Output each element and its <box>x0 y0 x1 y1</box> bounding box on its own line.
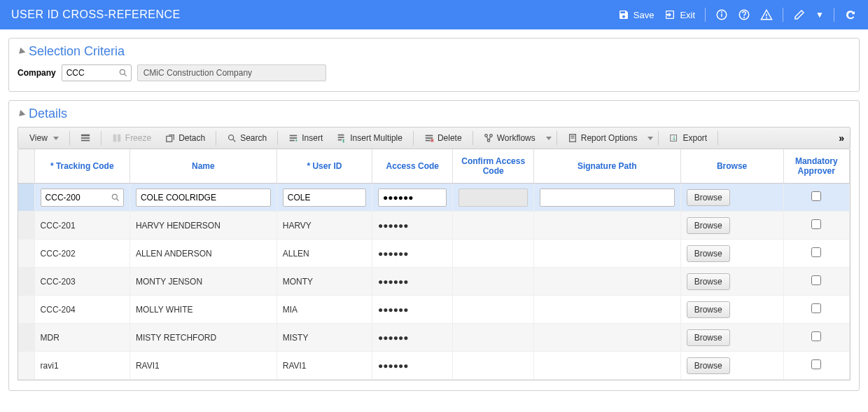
signature-path-cell[interactable] <box>533 268 680 296</box>
table-row[interactable]: MDRMISTY RETCHFORDMISTY●●●●●●Browse <box>18 324 850 352</box>
col-browse[interactable]: Browse <box>680 149 783 184</box>
exit-button[interactable]: Exit <box>664 8 695 21</box>
access-code-cell[interactable]: ●●●●●● <box>372 212 453 240</box>
search-icon[interactable] <box>118 68 128 78</box>
name-input[interactable] <box>136 188 271 207</box>
user-id-input[interactable] <box>283 188 366 207</box>
signature-path-cell[interactable] <box>533 324 680 352</box>
insert-button[interactable]: Insert <box>283 130 328 146</box>
access-code-cell[interactable]: ●●●●●● <box>372 240 453 268</box>
mandatory-approver-checkbox[interactable] <box>811 247 821 257</box>
tracking-code-cell[interactable]: CCC-202 <box>34 240 130 268</box>
access-code-cell[interactable]: ●●●●●● <box>372 352 453 380</box>
row-selector[interactable] <box>18 184 34 212</box>
tracking-code-cell[interactable]: CCC-201 <box>34 212 130 240</box>
mandatory-approver-checkbox[interactable] <box>811 219 821 229</box>
edit-icon[interactable] <box>793 8 806 21</box>
browse-button[interactable]: Browse <box>687 245 730 262</box>
access-code-cell[interactable]: ●●●●●● <box>372 324 453 352</box>
mandatory-approver-checkbox[interactable] <box>811 303 821 313</box>
col-tracking-code[interactable]: * Tracking Code <box>34 149 130 184</box>
table-row[interactable]: CCC-201HARVY HENDERSONHARVY●●●●●●Browse <box>18 212 850 240</box>
freeze-button[interactable]: Freeze <box>106 130 157 146</box>
tracking-code-cell[interactable]: ravi1 <box>34 352 130 380</box>
user-id-cell[interactable]: MIA <box>276 296 372 324</box>
name-cell[interactable]: RAVI1 <box>130 352 276 380</box>
col-confirm-access[interactable]: Confirm Access Code <box>453 149 533 184</box>
row-selector[interactable] <box>18 352 34 380</box>
svg-point-26 <box>484 135 487 137</box>
name-cell[interactable]: HARVY HENDERSON <box>130 212 276 240</box>
mandatory-approver-checkbox[interactable] <box>811 275 821 285</box>
table-row[interactable]: CCC-204MOLLY WHITEMIA●●●●●●Browse <box>18 296 850 324</box>
workflows-button[interactable]: Workflows <box>478 130 541 146</box>
user-id-cell[interactable]: ALLEN <box>276 240 372 268</box>
more-toolbar-icon[interactable]: » <box>839 132 844 144</box>
table-row[interactable]: CCC-202ALLEN ANDERSONALLEN●●●●●●Browse <box>18 240 850 268</box>
name-cell[interactable]: ALLEN ANDERSON <box>130 240 276 268</box>
browse-button[interactable]: Browse <box>687 273 730 290</box>
freeze-icon <box>112 133 122 143</box>
svg-rect-11 <box>81 140 90 142</box>
info-icon[interactable] <box>715 8 728 21</box>
access-code-cell[interactable]: ●●●●●● <box>372 296 453 324</box>
row-selector[interactable] <box>18 296 34 324</box>
form-mode-button[interactable] <box>75 130 96 146</box>
name-cell[interactable]: MOLLY WHITE <box>130 296 276 324</box>
col-mandatory-approver[interactable]: Mandatory Approver <box>783 149 849 184</box>
svg-point-6 <box>766 18 767 18</box>
warning-icon[interactable] <box>760 8 773 21</box>
col-user-id[interactable]: * User ID <box>276 149 372 184</box>
col-access-code[interactable]: Access Code <box>372 149 453 184</box>
tracking-code-cell[interactable]: CCC-203 <box>34 268 130 296</box>
signature-path-cell[interactable] <box>533 240 680 268</box>
view-menu[interactable]: View <box>24 130 64 146</box>
insert-multiple-button[interactable]: Insert Multiple <box>331 130 408 146</box>
selection-criteria-title[interactable]: Selection Criteria <box>18 44 850 59</box>
browse-button[interactable]: Browse <box>687 217 730 234</box>
row-selector[interactable] <box>18 212 34 240</box>
row-selector[interactable] <box>18 324 34 352</box>
help-icon[interactable] <box>738 8 750 21</box>
delete-button[interactable]: Delete <box>419 130 468 146</box>
caret-down-icon[interactable] <box>546 137 552 140</box>
user-id-cell[interactable]: MONTY <box>276 268 372 296</box>
table-row[interactable]: ravi1RAVI1RAVI1●●●●●●Browse <box>18 352 850 380</box>
mandatory-approver-checkbox[interactable] <box>811 191 821 201</box>
user-id-cell[interactable]: RAVI1 <box>276 352 372 380</box>
user-id-cell[interactable]: HARVY <box>276 212 372 240</box>
report-options-button[interactable]: Report Options <box>562 130 643 146</box>
browse-button[interactable]: Browse <box>687 301 730 318</box>
details-title[interactable]: Details <box>18 107 850 121</box>
row-selector[interactable] <box>18 268 34 296</box>
export-button[interactable]: Export <box>664 130 713 146</box>
mandatory-approver-checkbox[interactable] <box>811 331 821 341</box>
signature-path-input[interactable] <box>540 188 675 207</box>
browse-button[interactable]: Browse <box>687 357 730 374</box>
browse-button[interactable]: Browse <box>687 189 730 206</box>
name-cell[interactable]: MISTY RETCHFORD <box>130 324 276 352</box>
mandatory-approver-checkbox[interactable] <box>811 359 821 369</box>
name-cell[interactable]: MONTY JENSON <box>130 268 276 296</box>
col-name[interactable]: Name <box>130 149 276 184</box>
access-code-cell[interactable]: ●●●●●● <box>372 268 453 296</box>
tracking-code-cell[interactable]: MDR <box>34 324 130 352</box>
signature-path-cell[interactable] <box>533 352 680 380</box>
table-row[interactable]: CCC-203MONTY JENSONMONTY●●●●●●Browse <box>18 268 850 296</box>
table-row[interactable]: Browse <box>18 184 850 212</box>
access-code-input[interactable] <box>378 188 447 207</box>
tracking-code-cell[interactable]: CCC-204 <box>34 296 130 324</box>
signature-path-cell[interactable] <box>533 296 680 324</box>
detach-button[interactable]: Detach <box>160 130 211 146</box>
refresh-icon[interactable] <box>844 8 857 21</box>
col-signature-path[interactable]: Signature Path <box>533 149 680 184</box>
user-id-cell[interactable]: MISTY <box>276 324 372 352</box>
dropdown-caret-icon[interactable]: ▼ <box>816 10 824 20</box>
save-button[interactable]: Save <box>617 8 654 21</box>
row-selector[interactable] <box>18 240 34 268</box>
search-icon[interactable] <box>111 193 120 202</box>
browse-button[interactable]: Browse <box>687 329 730 346</box>
search-button[interactable]: Search <box>221 130 272 146</box>
signature-path-cell[interactable] <box>533 212 680 240</box>
caret-down-icon[interactable] <box>648 137 653 140</box>
